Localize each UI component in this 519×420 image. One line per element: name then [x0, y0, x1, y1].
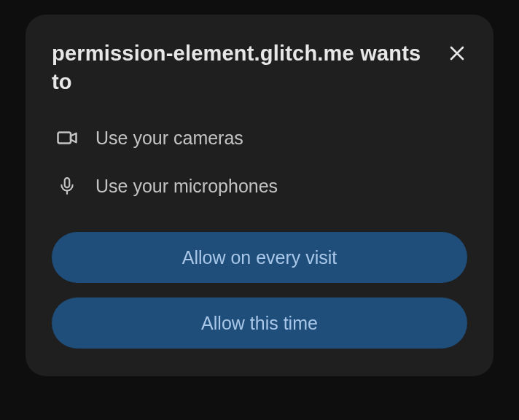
permissions-list: Use your cameras Use your microphones: [56, 127, 467, 197]
permission-label: Use your cameras: [95, 128, 243, 149]
allow-this-time-button[interactable]: Allow this time: [52, 298, 467, 349]
dialog-header: permission-element.glitch.me wants to: [52, 39, 467, 96]
permission-dialog: permission-element.glitch.me wants to Us…: [26, 15, 493, 376]
permission-label: Use your microphones: [95, 176, 278, 197]
permission-row-microphone: Use your microphones: [56, 175, 467, 197]
close-button[interactable]: [444, 41, 470, 67]
dialog-title: permission-element.glitch.me wants to: [52, 39, 429, 96]
permission-row-camera: Use your cameras: [56, 127, 467, 149]
svg-rect-1: [65, 178, 70, 187]
camera-icon: [56, 127, 78, 149]
close-icon: [450, 46, 464, 63]
dialog-actions: Allow on every visit Allow this time: [52, 232, 467, 349]
allow-every-visit-button[interactable]: Allow on every visit: [52, 232, 467, 283]
dialog-origin: permission-element.glitch.me: [52, 42, 354, 65]
microphone-icon: [56, 175, 78, 197]
svg-rect-0: [58, 133, 71, 144]
